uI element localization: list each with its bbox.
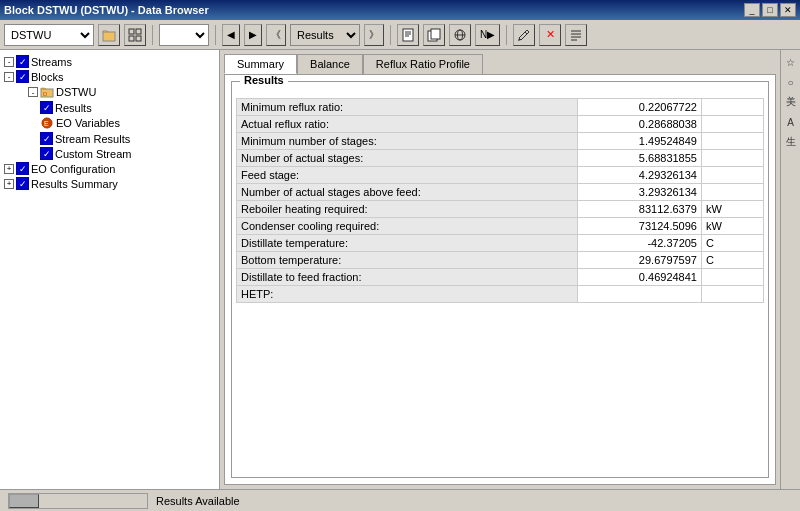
status-bar: Results Available <box>0 489 800 511</box>
check-results: ✓ <box>40 101 53 114</box>
check-custom-stream: ✓ <box>40 147 53 160</box>
expand-streams[interactable]: - <box>4 57 14 67</box>
row-unit <box>701 99 763 116</box>
row-label: Minimum reflux ratio: <box>237 99 578 116</box>
window-controls: _ □ ✕ <box>744 3 796 17</box>
maximize-button[interactable]: □ <box>762 3 778 17</box>
row-label: Feed stage: <box>237 167 578 184</box>
svg-rect-5 <box>403 29 413 41</box>
horizontal-scrollbar[interactable] <box>8 493 148 509</box>
expand-results-summary[interactable]: + <box>4 179 14 189</box>
custom-stream-label: Custom Stream <box>55 148 131 160</box>
results-table-wrapper[interactable]: Minimum reflux ratio:0.22067722Actual re… <box>236 94 764 471</box>
tab-summary[interactable]: Summary <box>224 54 297 74</box>
tab-bar: Summary Balance Reflux Ratio Profile <box>224 54 776 74</box>
row-label: Bottom temperature: <box>237 252 578 269</box>
icon-btn-2[interactable] <box>423 24 445 46</box>
page-icon <box>401 28 415 42</box>
table-row: HETP: <box>237 286 764 303</box>
row-value: 4.29326134 <box>578 167 702 184</box>
check-stream-results: ✓ <box>40 132 53 145</box>
row-value: 29.6797597 <box>578 252 702 269</box>
row-value: 5.68831855 <box>578 150 702 167</box>
status-text: Results Available <box>156 495 240 507</box>
sidebar-item-eo-variables[interactable]: E EO Variables <box>0 115 219 131</box>
sidebar-item-stream-results[interactable]: ✓ Stream Results <box>0 131 219 146</box>
table-row: Distillate temperature:-42.37205C <box>237 235 764 252</box>
row-unit <box>701 269 763 286</box>
row-label: Number of actual stages: <box>237 150 578 167</box>
svg-rect-1 <box>129 29 134 34</box>
row-label: Actual reflux ratio: <box>237 116 578 133</box>
expand-blocks[interactable]: - <box>4 72 14 82</box>
row-value: 73124.5096 <box>578 218 702 235</box>
icon-btn-3[interactable] <box>449 24 471 46</box>
right-icon-5[interactable]: 生 <box>783 134 799 150</box>
sidebar-item-eo-configuration[interactable]: + ✓ EO Configuration <box>0 161 219 176</box>
eo-configuration-label: EO Configuration <box>31 163 115 175</box>
folder-icon-btn[interactable] <box>98 24 120 46</box>
pencil-btn[interactable] <box>513 24 535 46</box>
minimize-button[interactable]: _ <box>744 3 760 17</box>
eo-variables-icon: E <box>40 116 54 130</box>
expand-dstwu[interactable]: - <box>28 87 38 97</box>
results-table: Minimum reflux ratio:0.22067722Actual re… <box>236 98 764 303</box>
results-dropdown[interactable]: Results <box>290 24 360 46</box>
x-btn[interactable]: ✕ <box>539 24 561 46</box>
grid-icon-btn[interactable] <box>124 24 146 46</box>
right-sidebar: ☆ ○ 美 A 生 <box>780 50 800 489</box>
results-summary-label: Results Summary <box>31 178 118 190</box>
grid-icon <box>128 28 142 42</box>
table-row: Number of actual stages:5.68831855 <box>237 150 764 167</box>
sidebar-item-results-summary[interactable]: + ✓ Results Summary <box>0 176 219 191</box>
second-dropdown[interactable] <box>159 24 209 46</box>
svg-rect-10 <box>431 29 440 39</box>
list-btn[interactable] <box>565 24 587 46</box>
separator-4 <box>506 25 507 45</box>
block-dropdown[interactable]: DSTWU <box>4 24 94 46</box>
main-layout: - ✓ Streams - ✓ Blocks - D DSTWU ✓ Resul… <box>0 50 800 489</box>
row-value <box>578 286 702 303</box>
scrollbar-thumb[interactable] <box>9 494 39 508</box>
row-value: 1.49524849 <box>578 133 702 150</box>
results-label: Results <box>55 102 92 114</box>
row-unit <box>701 116 763 133</box>
sidebar-item-results[interactable]: ✓ Results <box>0 100 219 115</box>
nav-back-button[interactable]: ◀ <box>222 24 240 46</box>
right-icon-1[interactable]: ☆ <box>783 54 799 70</box>
status-left: Results Available <box>8 493 240 509</box>
row-label: Condenser cooling required: <box>237 218 578 235</box>
close-button[interactable]: ✕ <box>780 3 796 17</box>
table-row: Condenser cooling required:73124.5096kW <box>237 218 764 235</box>
nav-back2-button[interactable]: 《 <box>266 24 286 46</box>
row-value: 0.28688038 <box>578 116 702 133</box>
tab-balance[interactable]: Balance <box>297 54 363 74</box>
sidebar-item-dstwu[interactable]: - D DSTWU <box>0 84 219 100</box>
right-icon-2[interactable]: ○ <box>783 74 799 90</box>
right-icon-3[interactable]: 美 <box>783 94 799 110</box>
table-row: Distillate to feed fraction:0.46924841 <box>237 269 764 286</box>
expand-eo-config[interactable]: + <box>4 164 14 174</box>
row-label: Distillate to feed fraction: <box>237 269 578 286</box>
table-row: Number of actual stages above feed:3.293… <box>237 184 764 201</box>
right-icon-4[interactable]: A <box>783 114 799 130</box>
np-button[interactable]: N▶ <box>475 24 500 46</box>
nav-forward-button[interactable]: ▶ <box>244 24 262 46</box>
row-value: 0.22067722 <box>578 99 702 116</box>
sidebar-item-streams[interactable]: - ✓ Streams <box>0 54 219 69</box>
table-row: Minimum reflux ratio:0.22067722 <box>237 99 764 116</box>
separator-3 <box>390 25 391 45</box>
sidebar-item-custom-stream[interactable]: ✓ Custom Stream <box>0 146 219 161</box>
row-label: Reboiler heating required: <box>237 201 578 218</box>
svg-text:E: E <box>44 120 49 127</box>
row-unit <box>701 286 763 303</box>
nav-fwd2-button[interactable]: 》 <box>364 24 384 46</box>
sidebar-item-blocks[interactable]: - ✓ Blocks <box>0 69 219 84</box>
svg-text:D: D <box>43 91 48 97</box>
tab-reflux-ratio[interactable]: Reflux Ratio Profile <box>363 54 483 74</box>
row-unit <box>701 184 763 201</box>
table-row: Feed stage:4.29326134 <box>237 167 764 184</box>
list-icon <box>569 28 583 42</box>
icon-btn-1[interactable] <box>397 24 419 46</box>
table-row: Bottom temperature:29.6797597C <box>237 252 764 269</box>
